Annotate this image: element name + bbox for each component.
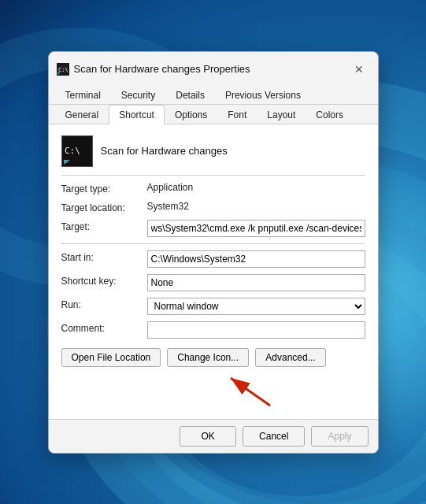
- app-name: Scan for Hardware changes: [101, 145, 228, 157]
- comment-row: Comment:: [61, 321, 365, 339]
- tabs-row2: General Shortcut Options Font Layout Col…: [49, 105, 378, 124]
- cancel-button[interactable]: Cancel: [243, 426, 305, 447]
- tab-previous-versions[interactable]: Previous Versions: [215, 85, 311, 105]
- title-icon: C:\: [57, 63, 69, 76]
- tab-layout[interactable]: Layout: [257, 105, 306, 124]
- run-row: Run: Normal window Minimized Maximized: [61, 298, 365, 315]
- target-location-label: Target location:: [61, 201, 144, 213]
- tab-terminal[interactable]: Terminal: [55, 85, 111, 105]
- shortcut-key-input[interactable]: [147, 274, 365, 291]
- tab-colors[interactable]: Colors: [306, 105, 354, 124]
- shortcut-key-row: Shortcut key:: [61, 274, 365, 291]
- tab-general[interactable]: General: [55, 105, 109, 124]
- open-file-location-button[interactable]: Open File Location: [61, 348, 161, 367]
- target-location-row: Target location: System32: [61, 201, 365, 213]
- tab-details[interactable]: Details: [165, 85, 215, 105]
- app-icon: C:\ _: [61, 135, 93, 167]
- close-button[interactable]: ✕: [348, 58, 370, 80]
- comment-input[interactable]: [147, 321, 365, 339]
- tab-shortcut[interactable]: Shortcut: [109, 105, 165, 124]
- start-in-input[interactable]: [147, 250, 365, 268]
- run-label: Run:: [61, 298, 144, 310]
- start-in-row: Start in:: [61, 250, 365, 268]
- action-buttons: Open File Location Change Icon... Advanc…: [61, 348, 365, 367]
- comment-label: Comment:: [61, 321, 144, 334]
- tab-font[interactable]: Font: [217, 105, 257, 124]
- start-in-label: Start in:: [61, 250, 144, 263]
- ok-button[interactable]: OK: [180, 426, 236, 447]
- title-bar: C:\ Scan for Hardware changes Properties…: [49, 52, 378, 85]
- apply-button[interactable]: Apply: [311, 426, 368, 447]
- arrow-icon: [215, 370, 309, 410]
- svg-text:C:\: C:\: [58, 67, 69, 73]
- tab-security[interactable]: Security: [111, 85, 165, 105]
- arrow-annotation: [61, 370, 365, 410]
- target-row: Target:: [61, 220, 365, 237]
- dialog-title: Scan for Hardware changes Properties: [74, 63, 250, 75]
- change-icon-button[interactable]: Change Icon...: [167, 348, 249, 367]
- dialog-footer: OK Cancel Apply: [49, 419, 378, 453]
- advanced-button[interactable]: Advanced...: [255, 348, 325, 367]
- divider-2: [61, 243, 365, 244]
- target-location-value: System32: [147, 201, 365, 212]
- divider-1: [61, 175, 365, 176]
- target-input[interactable]: [147, 220, 365, 237]
- run-select[interactable]: Normal window Minimized Maximized: [147, 298, 365, 315]
- app-header: C:\ _ Scan for Hardware changes: [61, 135, 365, 167]
- svg-text:C:\: C:\: [65, 146, 80, 156]
- target-type-row: Target type: Application: [61, 182, 365, 195]
- tab-options[interactable]: Options: [165, 105, 217, 124]
- target-label: Target:: [61, 220, 144, 232]
- target-type-value: Application: [147, 182, 365, 193]
- tabs-row1: Terminal Security Details Previous Versi…: [49, 85, 378, 105]
- properties-dialog: C:\ Scan for Hardware changes Properties…: [48, 51, 379, 454]
- svg-line-13: [231, 378, 270, 406]
- shortcut-key-label: Shortcut key:: [61, 274, 144, 287]
- target-type-label: Target type:: [61, 182, 144, 195]
- dialog-content: C:\ _ Scan for Hardware changes Target t…: [49, 124, 378, 419]
